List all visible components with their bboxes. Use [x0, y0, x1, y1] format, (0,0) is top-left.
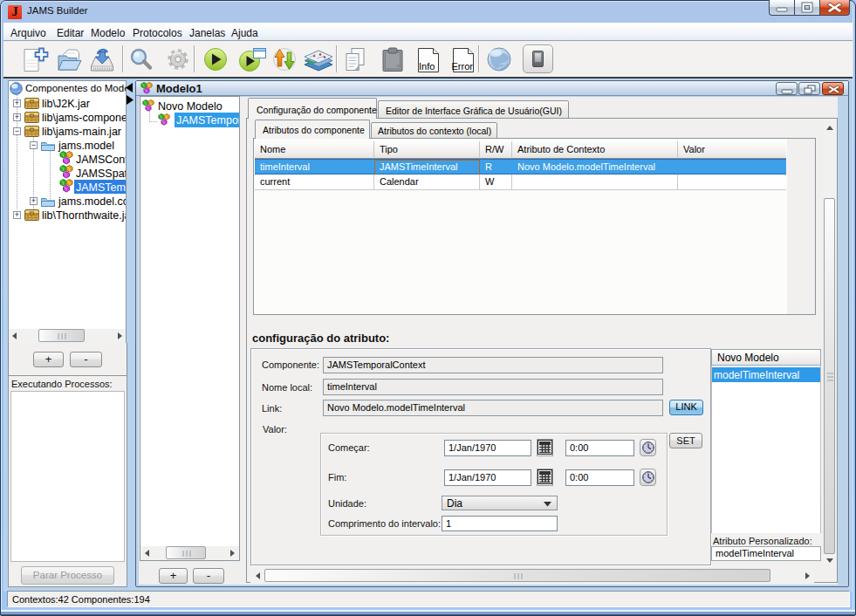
svg-text:Error: Error	[452, 61, 474, 72]
svg-text:Info: Info	[419, 61, 435, 72]
